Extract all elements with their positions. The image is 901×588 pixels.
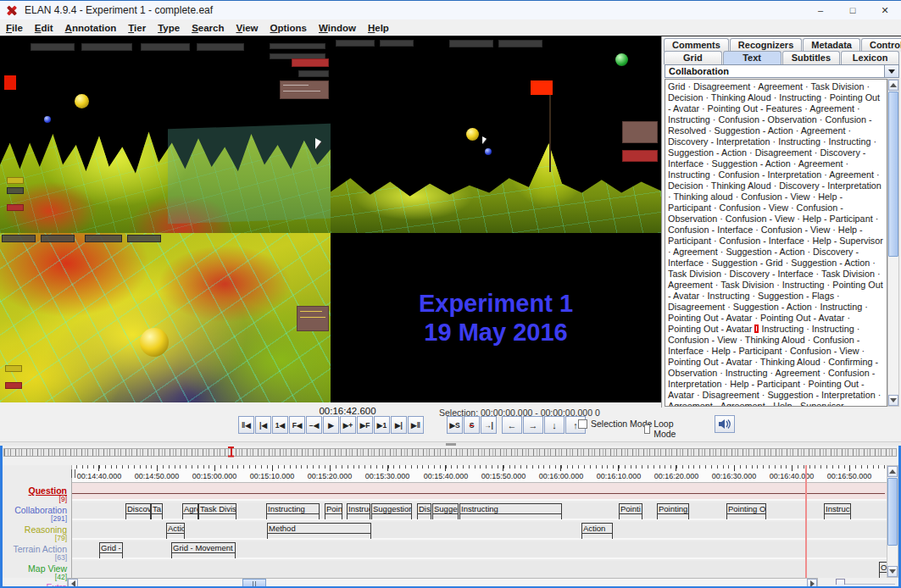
- menu-item-file[interactable]: File: [0, 23, 29, 33]
- tab-comments[interactable]: Comments: [664, 38, 729, 52]
- tab-text[interactable]: Text: [723, 51, 781, 64]
- annotation-segment[interactable]: Action: [581, 523, 613, 539]
- tab-grid[interactable]: Grid: [664, 51, 722, 64]
- annotation-segment[interactable]: Pointing Ou: [726, 503, 766, 519]
- tab-subtitles[interactable]: Subtitles: [782, 51, 841, 64]
- hud-button: [5, 365, 22, 372]
- menu-item-edit[interactable]: Edit: [29, 23, 59, 33]
- video-player-1[interactable]: [0, 36, 331, 233]
- annotation-segment[interactable]: Instructing: [266, 503, 320, 519]
- selection-button-2[interactable]: →|: [481, 416, 497, 434]
- tab-recognizers[interactable]: Recognizers: [730, 38, 802, 52]
- tier-label-map-view[interactable]: Map View[42]: [28, 563, 67, 581]
- annotation-segment[interactable]: Suggestion: [371, 503, 412, 519]
- video-player-4[interactable]: Experiment 1 19 May 2016: [331, 233, 661, 402]
- media-button-9[interactable]: ▶|: [391, 416, 407, 434]
- tier-row-reasoning[interactable]: ActioMethodAction: [72, 522, 887, 540]
- volume-button[interactable]: [715, 415, 735, 433]
- tier-row-collaboration[interactable]: DiscovTaAgreTask DivisiInstructingPointi…: [72, 502, 887, 520]
- tab-lexicon[interactable]: Lexicon: [841, 51, 899, 64]
- annotation-segment[interactable]: Instructi: [824, 503, 851, 519]
- annotation-segment[interactable]: Agre: [182, 503, 198, 519]
- close-button[interactable]: ✕: [869, 1, 901, 19]
- annotation-segment[interactable]: Actio: [166, 523, 185, 539]
- media-button-6[interactable]: ▶+: [340, 416, 356, 434]
- annotation-segment[interactable]: Grid -: [99, 542, 123, 558]
- hud-button: [449, 40, 493, 47]
- video-player-2[interactable]: [331, 36, 661, 233]
- annotation-segment[interactable]: Disa: [417, 503, 431, 519]
- scroll-down-button[interactable]: [888, 395, 898, 406]
- tier-row-map-view[interactable]: Of: [72, 561, 887, 578]
- menu-item-view[interactable]: View: [231, 23, 264, 33]
- annotation-segment[interactable]: Instruct: [347, 503, 370, 519]
- tier-label-terrain-action[interactable]: Terrain Action[63]: [13, 544, 67, 562]
- annotation-segment[interactable]: Method: [267, 523, 371, 539]
- annotation-segment[interactable]: Grid - Movement: [171, 542, 236, 558]
- annotation-segment[interactable]: Pointing: [657, 503, 689, 519]
- step-button-2[interactable]: ↓: [544, 416, 565, 434]
- tier-select-dropdown[interactable]: Collaboration: [665, 64, 899, 78]
- checkbox-box[interactable]: [644, 424, 650, 434]
- maximize-button[interactable]: □: [837, 1, 869, 19]
- media-button-7[interactable]: ▶F: [357, 416, 373, 434]
- time-ruler[interactable]: 00:14:40.00000:14:50.00000:15:00.00000:1…: [72, 465, 887, 483]
- media-button-8[interactable]: ▶1: [374, 416, 390, 434]
- tab-controls[interactable]: Controls: [861, 38, 901, 52]
- tab-metadata[interactable]: Metadata: [803, 38, 860, 52]
- step-button-1[interactable]: →: [523, 416, 543, 434]
- density-crosshair[interactable]: [230, 447, 232, 457]
- media-button-3[interactable]: F◀: [289, 416, 305, 434]
- scroll-down-button[interactable]: [887, 566, 898, 577]
- media-button-10[interactable]: ▶‖: [408, 416, 424, 434]
- tier-row-terrain-action[interactable]: Grid -Grid - Movement: [72, 541, 887, 559]
- loop-mode-checkbox[interactable]: Loop Mode: [644, 419, 679, 439]
- selection-mode-checkbox[interactable]: Selection Mode: [578, 419, 652, 429]
- timeline-vertical-scrollbar[interactable]: [887, 465, 898, 578]
- tier-label-collaboration[interactable]: Collaboration[291]: [14, 505, 67, 523]
- video-player-3[interactable]: [0, 233, 331, 402]
- minimize-button[interactable]: –: [804, 1, 837, 19]
- media-button-2[interactable]: 1◀: [272, 416, 288, 434]
- checkbox-box[interactable]: [578, 419, 587, 429]
- annotation-segment[interactable]: Task Divisi: [198, 503, 236, 519]
- annotation-segment[interactable]: Suggestio: [432, 503, 459, 519]
- media-button-5[interactable]: ▶: [323, 416, 339, 434]
- selection-button-0[interactable]: ▶S: [447, 416, 463, 434]
- media-button-1[interactable]: |◀: [255, 416, 271, 434]
- hud-button: [7, 204, 24, 211]
- menu-item-search[interactable]: Search: [186, 23, 230, 33]
- tier-row-question[interactable]: [72, 483, 887, 501]
- menu-item-window[interactable]: Window: [313, 23, 362, 33]
- menu-item-type[interactable]: Type: [152, 23, 186, 33]
- annotation-segment[interactable]: Discov: [125, 503, 151, 519]
- text-viewer[interactable]: Grid · Disagreement · Agreement · Task D…: [665, 79, 887, 407]
- text-viewer-scrollbar[interactable]: [887, 79, 899, 407]
- annotation-segment[interactable]: Pointi: [325, 503, 342, 519]
- menu-item-help[interactable]: Help: [362, 23, 395, 33]
- media-button-4[interactable]: −◀: [306, 416, 322, 434]
- scroll-thumb[interactable]: [887, 478, 898, 546]
- menu-item-tier[interactable]: Tier: [122, 23, 152, 33]
- scroll-up-button[interactable]: [887, 466, 898, 477]
- annotation-segment[interactable]: [72, 483, 885, 494]
- step-button-0[interactable]: ←: [502, 416, 522, 434]
- hud-button: [127, 235, 161, 242]
- menu-item-annotation[interactable]: Annotation: [59, 23, 123, 33]
- media-button-0[interactable]: ‖◀: [238, 416, 254, 434]
- annotation-segment[interactable]: Instructing: [459, 503, 562, 519]
- annotation-segment[interactable]: Pointi: [619, 503, 642, 519]
- active-annotation-cursor: [754, 325, 759, 333]
- annotation-segment[interactable]: Ta: [151, 503, 163, 519]
- scroll-up-button[interactable]: [888, 80, 898, 91]
- window-border: [0, 446, 3, 588]
- tier-label-question[interactable]: Question[9]: [28, 485, 67, 503]
- scroll-thumb[interactable]: [888, 92, 898, 257]
- menu-item-options[interactable]: Options: [264, 23, 313, 33]
- selection-button-1[interactable]: S: [464, 416, 480, 434]
- dropdown-button[interactable]: [884, 65, 898, 77]
- tier-label-reasoning[interactable]: Reasoning[79]: [25, 524, 67, 542]
- annotation-density-bar[interactable]: [3, 448, 897, 457]
- column-resize-handle[interactable]: [71, 469, 75, 478]
- elan-logo-icon: [6, 5, 18, 16]
